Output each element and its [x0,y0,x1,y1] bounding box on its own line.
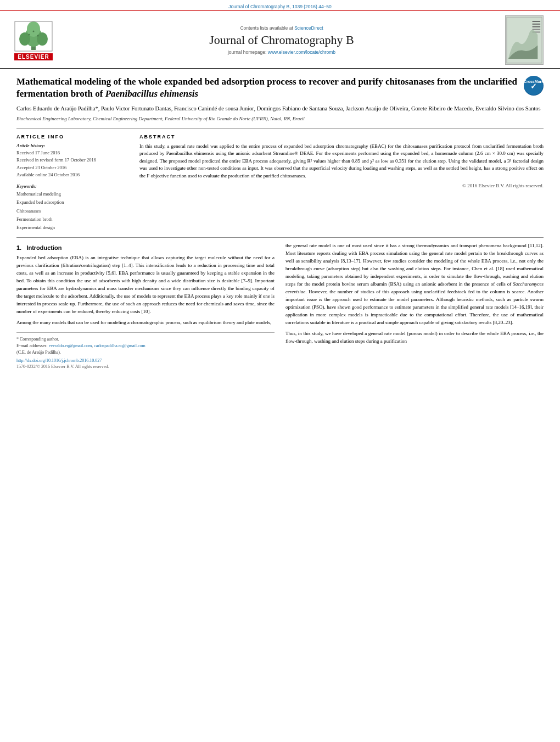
keyword-item: Fermentation broth [16,215,126,224]
doi-link[interactable]: http://dx.doi.org/10.1016/j.jchromb.2016… [16,358,275,363]
journal-title: Journal of Chromatography B [64,33,500,47]
body-right-column: the general rate model is one of most us… [285,242,544,369]
sciencedirect-link[interactable]: ScienceDirect [294,25,323,31]
header-center: Contents lists available at ScienceDirec… [64,25,500,55]
abstract-heading: ABSTRACT [139,134,544,140]
sciencedirect-line: Contents lists available at ScienceDirec… [64,25,500,31]
homepage-link[interactable]: www.elsevier.com/locate/chromb [268,49,335,55]
introduction-heading: 1. Introduction [16,244,275,251]
article-dates: Received 17 June 2016 Received in revise… [16,149,126,179]
article-info-abstract-section: ARTICLE INFO Article history: Received 1… [16,128,544,232]
authors-line: Carlos Eduardo de Araújo Padilha*, Paulo… [16,104,544,113]
keywords-label: Keywords: [16,183,126,189]
body-content: 1. Introduction Expanded bed adsorption … [16,242,544,369]
keyword-item: Expanded bed adsorption [16,198,126,207]
elsevier-tree-icon [14,20,53,52]
abstract-text: In this study, a general rate model was … [139,143,544,180]
top-bar: Journal of Chromatography B, 1039 (2016)… [0,0,560,11]
keyword-item: Experimental design [16,224,126,232]
journal-reference: Journal of Chromatography B, 1039 (2016)… [228,4,332,9]
footnote-email-suffix: (C.E. de Araújo Padilha). [16,349,275,356]
svg-text:CrossMark: CrossMark [524,80,544,83]
abstract-column: ABSTRACT In this study, a general rate m… [139,134,544,232]
svg-point-3 [37,32,48,46]
body-left-column: 1. Introduction Expanded bed adsorption … [16,242,275,369]
intro-paragraph-1: Expanded bed adsorption (EBA) is an inte… [16,254,275,316]
article-info-heading: ARTICLE INFO [16,134,126,140]
article-info-column: ARTICLE INFO Article history: Received 1… [16,134,126,232]
keyword-item: Chitosanases [16,207,126,215]
article-title-section: Mathematical modeling of the whole expan… [16,76,544,100]
email-link-2[interactable]: carlospadilha.eq@gmail.com [94,343,145,348]
article-history-label: Article history: [16,143,126,148]
keywords-list: Mathematical modelingExpanded bed adsorp… [16,190,126,232]
page: Journal of Chromatography B, 1039 (2016)… [0,0,560,742]
issn-line: 1570-0232/© 2016 Elsevier B.V. All right… [16,364,275,369]
section-divider [16,237,544,238]
svg-point-7 [33,30,35,32]
article-title: Mathematical modeling of the whole expan… [16,76,518,100]
copyright-line: © 2016 Elsevier B.V. All rights reserved… [139,183,544,188]
keyword-item: Mathematical modeling [16,190,126,198]
keywords-section: Keywords: Mathematical modelingExpanded … [16,183,126,232]
intro-right-paragraph-1: the general rate model is one of most us… [285,242,544,326]
crossmark-badge[interactable]: ✓ CrossMark [524,76,544,96]
header-section: ELSEVIER Contents lists available at Sci… [0,11,560,69]
crossmark-icon: ✓ CrossMark [524,76,544,96]
intro-right-paragraph-2: Thus, in this study, we have developed a… [285,330,544,345]
footnote-corresponding: * Corresponding author. [16,336,275,343]
main-content: Mathematical modeling of the whole expan… [0,69,560,375]
journal-homepage: journal homepage: www.elsevier.com/locat… [64,49,500,55]
svg-point-5 [29,34,30,35]
affiliation-line: Biochemical Engineering Laboratory, Chem… [16,115,544,122]
elsevier-logo: ELSEVIER [9,20,58,60]
footnote-section: * Corresponding author. E-mail addresses… [16,332,275,369]
intro-paragraph-2: Among the many models that can be used f… [16,319,275,327]
email-link-1[interactable]: everaldo.eq@gmail.com [49,343,92,348]
svg-point-6 [37,35,39,36]
cover-image-svg [506,15,543,65]
elsevier-label: ELSEVIER [14,53,52,60]
footnote-email: E-mail addresses: everaldo.eq@gmail.com,… [16,343,275,349]
journal-cover-image [505,15,544,65]
